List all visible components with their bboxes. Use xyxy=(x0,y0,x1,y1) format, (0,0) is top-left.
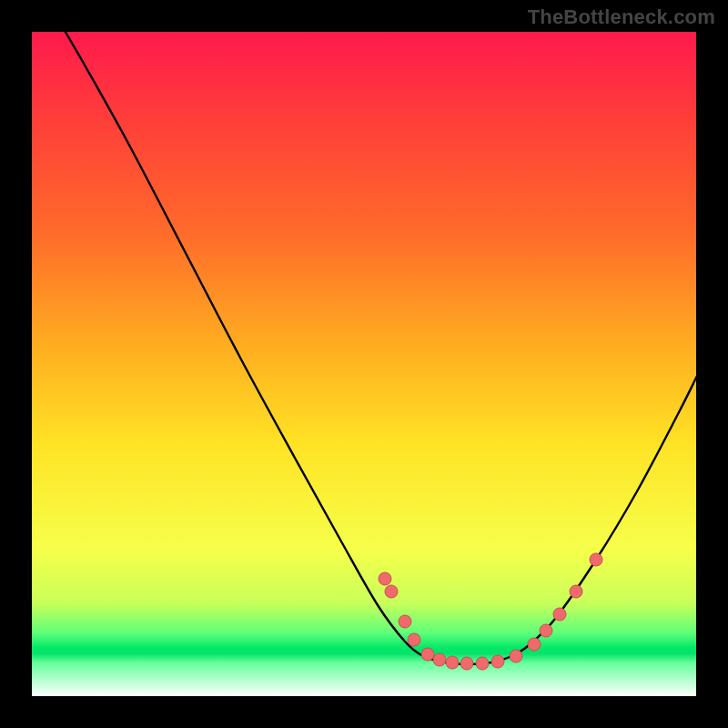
watermark-text: TheBottleneck.com xyxy=(528,5,715,29)
data-dot xyxy=(553,608,566,621)
data-dot xyxy=(590,553,602,566)
data-dot xyxy=(570,585,582,598)
data-dot xyxy=(385,585,398,598)
data-dots-layer xyxy=(32,32,696,696)
data-dot xyxy=(421,648,434,661)
data-dot xyxy=(446,656,459,669)
data-dot xyxy=(433,653,446,666)
data-dot xyxy=(460,657,473,670)
data-dot xyxy=(528,638,541,651)
data-dot xyxy=(408,633,420,646)
plot-area xyxy=(32,32,696,696)
data-dot xyxy=(476,657,489,670)
data-dot xyxy=(379,572,391,585)
data-dot xyxy=(540,624,552,637)
data-dot xyxy=(491,655,504,668)
data-dot xyxy=(510,650,522,662)
data-dot xyxy=(399,615,411,628)
chart-outer-frame: TheBottleneck.com xyxy=(0,0,728,728)
